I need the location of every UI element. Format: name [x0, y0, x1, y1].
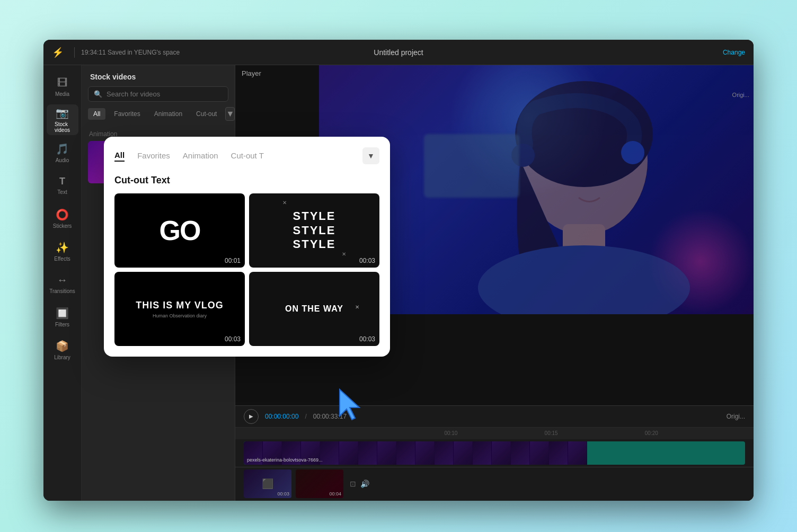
bottom-thumbs-row: ⬛ 00:03 00:04 ⊡ 🔊	[235, 467, 754, 501]
dropdown-tab-cutout[interactable]: Cut-out T	[231, 151, 264, 161]
film-frame-12	[454, 441, 473, 465]
film-frame-11	[435, 441, 454, 465]
media-icon: 🎞	[57, 77, 68, 89]
filter-tab-animation[interactable]: Animation	[149, 108, 188, 120]
transitions-icon: ↔	[57, 274, 68, 286]
search-icon: 🔍	[94, 90, 102, 98]
card-vlog-main-text: THIS IS MY VLOG	[136, 300, 224, 311]
sidebar-item-text[interactable]: T Text	[47, 170, 78, 201]
filter-more-button[interactable]: ▼	[225, 107, 235, 121]
dropdown-card-go[interactable]: GO 00:01	[114, 193, 245, 268]
library-icon: 📦	[56, 340, 69, 352]
card-go-text: GO	[160, 215, 200, 246]
sidebar-item-filters[interactable]: 🔲 Filters	[47, 302, 78, 332]
time-divider: /	[305, 413, 306, 420]
sidebar-label-filters: Filters	[55, 322, 69, 327]
sidebar-item-audio[interactable]: 🎵 Audio	[47, 137, 78, 168]
track-label: pexels-ekaterina-bolovtsova-7669...	[247, 457, 323, 463]
timeline-ruler: 00:10 00:15 00:20	[235, 428, 754, 439]
video-track[interactable]: pexels-ekaterina-bolovtsova-7669...	[244, 441, 745, 465]
sidebar-label-effects: Effects	[54, 256, 70, 262]
timeline-controls-right: ⊡ 🔊	[350, 480, 369, 488]
style-marker-tl: ✕	[282, 200, 287, 206]
card-vlog-duration: 00:03	[225, 335, 241, 343]
filters-icon: 🔲	[56, 307, 69, 320]
dropdown-tab-animation[interactable]: Animation	[183, 151, 218, 161]
style-content: ✕ STYLE STYLE STYLE ✕	[293, 209, 336, 251]
filter-tab-all[interactable]: All	[88, 108, 105, 120]
stock-videos-icon: 📷	[56, 107, 69, 119]
style-marker-br: ✕	[342, 251, 346, 257]
ruler-mark-3: 00:15	[545, 430, 645, 436]
bottom-thumb-1[interactable]: ⬛ 00:03	[244, 469, 291, 498]
dropdown-tab-favorites[interactable]: Favorites	[137, 151, 170, 161]
sidebar-item-stock-videos[interactable]: 📷 Stockvideos	[47, 104, 78, 135]
sidebar-label-library: Library	[54, 354, 70, 360]
film-frame-14	[492, 441, 511, 465]
search-bar[interactable]: 🔍	[88, 86, 228, 102]
way-content: ON THE WAY ON THE WAY ✕	[285, 304, 343, 314]
filter-tab-favorites[interactable]: Favorites	[109, 108, 145, 120]
stickers-icon: ⭕	[56, 208, 69, 221]
bottom-thumb-duration-2: 00:04	[329, 491, 341, 496]
card-way-duration: 00:03	[359, 335, 375, 343]
film-frame-7	[358, 441, 377, 465]
film-frame-18	[568, 441, 587, 465]
filter-tab-cutout[interactable]: Cut-out	[191, 108, 222, 120]
sidebar-label-audio: Audio	[56, 157, 69, 163]
film-frame-10	[415, 441, 435, 465]
audio-icon: 🎵	[56, 143, 69, 155]
expand-icon[interactable]: ⊡	[350, 480, 356, 488]
timeline-tracks: pexels-ekaterina-bolovtsova-7669...	[235, 439, 754, 467]
ruler-mark-2: 00:10	[444, 430, 544, 436]
dropdown-more-button[interactable]: ▼	[362, 147, 379, 164]
timeline-controls: ▶ 00:00:00:00 / 00:00:33:17 Origi...	[235, 406, 754, 428]
timeline-area: ▶ 00:00:00:00 / 00:00:33:17 Origi... 00:…	[235, 405, 754, 501]
film-frame-17	[549, 441, 568, 465]
sidebar-label-stock-videos: Stockvideos	[55, 121, 70, 133]
film-frame-5	[320, 441, 339, 465]
top-bar-divider	[74, 47, 75, 58]
bottom-thumb-duration-1: 00:03	[277, 491, 289, 496]
dropdown-tabs: All Favorites Animation Cut-out T ▼	[114, 147, 379, 164]
film-frame-16	[530, 441, 549, 465]
time-current: 00:00:00:00	[265, 413, 298, 420]
text-icon: T	[59, 176, 65, 187]
effects-icon: ✨	[56, 241, 69, 254]
dropdown-panel: All Favorites Animation Cut-out T ▼ Cut-…	[104, 137, 390, 357]
sidebar-item-transitions[interactable]: ↔ Transitions	[47, 269, 78, 299]
dropdown-card-way[interactable]: ON THE WAY ON THE WAY ✕ 00:03	[249, 272, 379, 346]
filter-tabs: All Favorites Animation Cut-out ▼	[82, 107, 235, 126]
app-logo: ⚡	[52, 47, 64, 58]
project-title: Untitled project	[374, 48, 423, 57]
play-button[interactable]: ▶	[244, 409, 259, 424]
way-fg-text: ON THE WAY	[285, 304, 343, 314]
sidebar-item-library[interactable]: 📦 Library	[47, 334, 78, 365]
sidebar-item-stickers[interactable]: ⭕ Stickers	[47, 203, 78, 234]
dropdown-grid: GO 00:01 ✕ STYLE STYLE STYLE ✕ 00:03 THI…	[114, 193, 379, 346]
volume-icon[interactable]: 🔊	[360, 480, 369, 488]
dropdown-tab-all[interactable]: All	[114, 150, 125, 162]
dropdown-card-vlog[interactable]: THIS IS MY VLOG Human Observation diary …	[114, 272, 245, 346]
card-style-duration: 00:03	[359, 257, 375, 264]
sidebar-label-stickers: Stickers	[53, 223, 72, 229]
player-label: Player	[242, 69, 261, 77]
film-frame-6	[339, 441, 358, 465]
bottom-thumb-2[interactable]: 00:04	[296, 469, 343, 498]
sidebar-label-media: Media	[55, 91, 69, 97]
sidebar-item-media[interactable]: 🎞 Media	[47, 72, 78, 102]
bg-overlay	[424, 134, 519, 198]
dropdown-card-style[interactable]: ✕ STYLE STYLE STYLE ✕ 00:03	[249, 193, 379, 268]
card-vlog-sub-text: Human Observation diary	[153, 313, 207, 318]
film-frame-9	[396, 441, 415, 465]
change-button[interactable]: Change	[723, 49, 745, 56]
sidebar-item-effects[interactable]: ✨ Effects	[47, 236, 78, 267]
svg-marker-9	[340, 389, 359, 420]
panel-title: Stock videos	[82, 65, 235, 86]
way-marker: ✕	[355, 304, 359, 310]
sidebar-label-text: Text	[57, 189, 67, 195]
dropdown-section-title: Cut-out Text	[114, 175, 379, 186]
original-label: Origi...	[732, 92, 749, 98]
search-input[interactable]	[107, 90, 223, 98]
film-frame-8	[377, 441, 396, 465]
